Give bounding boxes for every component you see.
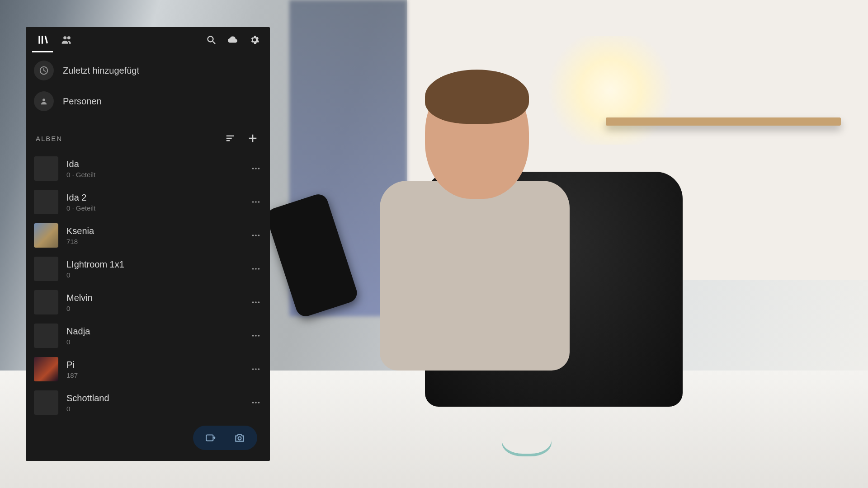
album-meta: 0 · Geteilt	[66, 204, 240, 212]
albums-section-title: ALBEN	[36, 135, 217, 142]
svg-point-20	[252, 268, 254, 270]
album-text: Melvin0	[66, 293, 240, 312]
svg-point-34	[258, 402, 260, 404]
album-thumbnail	[34, 357, 58, 381]
cloud-sync-button[interactable]	[224, 31, 242, 49]
album-meta: 0 · Geteilt	[66, 171, 240, 178]
svg-point-32	[252, 402, 254, 404]
album-text: Schottland0	[66, 393, 240, 413]
album-row[interactable]: Nadja0	[26, 319, 270, 352]
album-row[interactable]: Melvin0	[26, 286, 270, 319]
bg-torso	[380, 181, 570, 371]
panel-scroll-area[interactable]: Zuletzt hinzugefügt Personen ALBEN	[26, 52, 270, 461]
more-horizontal-icon	[251, 331, 261, 341]
album-thumbnail	[34, 324, 58, 348]
albums-sort-button[interactable]	[221, 129, 239, 147]
capture-photo-button[interactable]	[232, 430, 247, 446]
album-name: Pi	[66, 360, 240, 370]
album-meta: 0	[66, 405, 240, 413]
cloud-icon	[227, 34, 239, 46]
album-row[interactable]: Schottland0	[26, 386, 270, 419]
svg-point-36	[238, 437, 241, 440]
shortcut-people[interactable]: Personen	[26, 86, 270, 117]
album-thumbnail	[34, 223, 58, 248]
bg-shelf	[606, 117, 841, 126]
album-meta: 0	[66, 305, 240, 312]
album-more-button[interactable]	[248, 395, 264, 410]
more-horizontal-icon	[251, 297, 261, 307]
album-meta: 718	[66, 238, 240, 245]
camera-icon	[234, 432, 245, 444]
svg-point-12	[255, 168, 257, 169]
sort-icon	[225, 133, 235, 143]
album-list: Ida0 · GeteiltIda 20 · GeteiltKsenia718L…	[26, 152, 270, 419]
album-name: Nadja	[66, 326, 240, 336]
bg-person	[353, 72, 588, 407]
album-more-button[interactable]	[248, 161, 264, 176]
svg-rect-7	[226, 138, 232, 139]
svg-point-16	[258, 201, 260, 203]
album-meta: 0	[66, 271, 240, 279]
album-row[interactable]: Ida 20 · Geteilt	[26, 185, 270, 219]
album-row[interactable]: Ksenia718	[26, 219, 270, 252]
settings-button[interactable]	[245, 31, 264, 49]
svg-point-24	[255, 301, 257, 303]
screenshot-stage: Zuletzt hinzugefügt Personen ALBEN	[0, 0, 868, 488]
import-photos-button[interactable]	[203, 430, 218, 446]
albums-add-button[interactable]	[244, 129, 262, 147]
svg-point-17	[252, 235, 254, 236]
svg-point-0	[63, 36, 66, 39]
svg-line-3	[213, 42, 216, 44]
svg-point-13	[258, 168, 260, 169]
album-name: Ksenia	[66, 226, 240, 236]
album-text: Ida 20 · Geteilt	[66, 192, 240, 212]
album-more-button[interactable]	[248, 228, 264, 243]
svg-rect-8	[226, 140, 230, 141]
album-more-button[interactable]	[248, 295, 264, 310]
import-icon	[205, 432, 217, 444]
album-row[interactable]: Ida0 · Geteilt	[26, 152, 270, 185]
album-meta: 187	[66, 371, 240, 379]
tab-shared[interactable]	[57, 27, 77, 52]
bg-hair	[425, 70, 529, 124]
panel-top-toolbar	[26, 27, 270, 52]
tab-library[interactable]	[32, 27, 53, 52]
lightroom-library-panel: Zuletzt hinzugefügt Personen ALBEN	[26, 27, 270, 461]
album-more-button[interactable]	[248, 361, 264, 377]
album-row[interactable]: LIghtroom 1x10	[26, 252, 270, 286]
album-text: Ida0 · Geteilt	[66, 159, 240, 178]
clock-icon	[34, 61, 54, 80]
svg-point-29	[252, 368, 254, 370]
svg-rect-35	[206, 435, 213, 441]
svg-rect-6	[226, 136, 234, 136]
album-more-button[interactable]	[248, 328, 264, 343]
import-capture-fab	[193, 426, 257, 450]
album-more-button[interactable]	[248, 261, 264, 277]
more-horizontal-icon	[251, 197, 261, 207]
search-icon	[206, 34, 217, 45]
svg-point-15	[255, 201, 257, 203]
more-horizontal-icon	[251, 230, 261, 240]
album-row[interactable]: Pi187	[26, 352, 270, 386]
album-text: Ksenia718	[66, 226, 240, 245]
album-name: Schottland	[66, 393, 240, 403]
album-thumbnail	[34, 156, 58, 181]
album-text: Pi187	[66, 360, 240, 379]
svg-point-33	[255, 402, 257, 404]
album-more-button[interactable]	[248, 194, 264, 210]
albums-section-header: ALBEN	[26, 117, 270, 152]
shortcut-recently-added[interactable]: Zuletzt hinzugefügt	[26, 55, 270, 86]
album-name: LIghtroom 1x1	[66, 259, 240, 269]
search-button[interactable]	[202, 31, 220, 49]
svg-point-18	[255, 235, 257, 236]
svg-point-11	[252, 168, 254, 169]
more-horizontal-icon	[251, 264, 261, 274]
svg-point-22	[258, 268, 260, 270]
album-name: Ida 2	[66, 192, 240, 202]
plus-icon	[248, 133, 258, 143]
svg-point-21	[255, 268, 257, 270]
svg-point-1	[67, 36, 71, 39]
svg-rect-10	[249, 138, 257, 139]
svg-point-19	[258, 235, 260, 236]
more-horizontal-icon	[251, 364, 261, 374]
